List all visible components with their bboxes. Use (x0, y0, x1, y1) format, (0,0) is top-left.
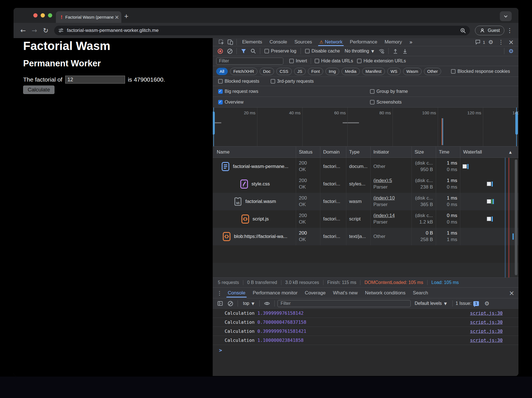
initiator-link[interactable]: (index):5 (373, 178, 409, 184)
issues-counter[interactable]: 1 Issue: 1 (456, 301, 479, 306)
forward-button[interactable]: → (29, 25, 40, 36)
checkbox[interactable] (218, 89, 223, 94)
drawer-tab-what-s-new[interactable]: What's new (329, 288, 361, 298)
throttling-select[interactable]: No throttling ▼ (345, 49, 374, 54)
drawer-menu-icon[interactable]: ⋮ (215, 289, 224, 297)
console-settings-icon[interactable]: ⚙ (482, 299, 491, 307)
console-prompt[interactable]: > (213, 345, 518, 355)
devtools-tab-performance[interactable]: Performance (346, 38, 381, 46)
drawer-tab-coverage[interactable]: Coverage (301, 288, 329, 298)
network-overview-timeline[interactable]: 20 ms40 ms60 ms80 ms100 ms120 ms140 ms (213, 108, 518, 146)
devtools-tab-console[interactable]: Console (266, 38, 291, 46)
console-source-link[interactable]: script.js:30 (470, 329, 503, 334)
drawer-tab-network-conditions[interactable]: Network conditions (361, 288, 409, 298)
checkbox[interactable] (218, 79, 223, 84)
filter-chip-js[interactable]: JS (294, 68, 306, 75)
column-header-time[interactable]: Time (436, 146, 460, 158)
log-levels-select[interactable]: Default levels ▼ (415, 301, 447, 306)
console-context-select[interactable]: top ▼ (243, 301, 254, 306)
column-header-waterfall[interactable]: Waterfall▲ (460, 146, 518, 158)
profile-button[interactable]: Guest (475, 26, 504, 35)
checkbox[interactable] (370, 100, 375, 104)
drawer-close-icon[interactable]: × (507, 289, 516, 297)
disable-cache-checkbox[interactable]: Disable cache (305, 49, 340, 54)
invert-checkbox[interactable]: Invert (289, 58, 307, 64)
option-checkbox-screenshots[interactable]: Screenshots (370, 100, 402, 105)
clear-network-log-icon[interactable] (225, 47, 234, 55)
network-request-row[interactable]: script.js200OKfactori...script(index):14… (213, 210, 518, 228)
checkbox[interactable] (289, 59, 294, 63)
checkbox[interactable] (370, 89, 375, 94)
option-checkbox-overview[interactable]: Overview (218, 100, 244, 105)
filter-toggle-icon[interactable] (239, 47, 248, 55)
checkbox[interactable] (271, 79, 275, 84)
devtools-tab-sources[interactable]: Sources (291, 38, 316, 46)
network-request-row[interactable]: blob:https://factorial-wa...200OKfactori… (213, 228, 518, 245)
blocked-requests-checkbox[interactable]: Blocked requests (218, 79, 259, 84)
live-expression-eye-icon[interactable] (262, 299, 272, 307)
devtools-menu-icon[interactable]: ⋮ (496, 38, 505, 46)
checkbox[interactable] (315, 59, 319, 63)
filter-chip-img[interactable]: Img (325, 68, 339, 75)
network-settings-gear-icon[interactable]: ⚙ (507, 47, 516, 55)
drawer-tab-search[interactable]: Search (409, 288, 432, 298)
network-filter-input[interactable] (216, 58, 283, 65)
filter-chip-fetch-xhr[interactable]: Fetch/XHR (230, 68, 257, 75)
filter-chip-wasm[interactable]: Wasm (403, 68, 422, 75)
third-party-requests-checkbox[interactable]: 3rd-party requests (271, 79, 314, 84)
preserve-log-checkbox[interactable]: Preserve log (264, 49, 296, 54)
filter-chip-doc[interactable]: Doc (260, 68, 274, 75)
selection-left-handle[interactable] (213, 111, 215, 135)
inspect-element-icon[interactable] (217, 38, 226, 46)
column-header-name[interactable]: Name (213, 146, 296, 158)
initiator-link[interactable]: (index):10 (373, 195, 409, 202)
calculate-button[interactable]: Calculate (23, 86, 54, 94)
checkbox[interactable] (451, 69, 456, 74)
blocked-response-cookies-checkbox[interactable]: Blocked response cookies (451, 69, 510, 74)
reload-button[interactable]: ↻ (41, 25, 51, 36)
hide-extension-urls-checkbox[interactable]: Hide extension URLs (357, 58, 406, 64)
device-toolbar-icon[interactable] (226, 38, 235, 46)
column-header-size[interactable]: Size (412, 146, 436, 158)
devtools-settings-icon[interactable]: ⚙ (486, 38, 495, 46)
browser-tab[interactable]: ! Factorial Wasm (permanent W ✕ (56, 11, 121, 23)
column-header-status[interactable]: Status (296, 146, 320, 158)
hide-data-urls-checkbox[interactable]: Hide data URLs (315, 58, 353, 64)
drawer-tab-performance-monitor[interactable]: Performance monitor (249, 288, 301, 298)
filter-chip-other[interactable]: Other (424, 68, 441, 75)
export-har-icon[interactable] (400, 47, 410, 55)
checkbox[interactable] (218, 100, 223, 104)
address-bar[interactable]: factorial-wasm-permanent-worker.glitch.m… (54, 26, 470, 35)
option-checkbox-big-request-rows[interactable]: Big request rows (218, 89, 258, 94)
console-source-link[interactable]: script.js:30 (470, 338, 503, 343)
import-har-icon[interactable] (391, 47, 400, 55)
column-header-domain[interactable]: Domain (320, 146, 346, 158)
new-tab-button[interactable]: + (124, 12, 128, 21)
browser-menu-icon[interactable]: ⋮ (505, 27, 514, 34)
console-source-link[interactable]: script.js:30 (470, 320, 503, 325)
console-sidebar-icon[interactable] (216, 299, 225, 307)
console-source-link[interactable]: script.js:30 (470, 310, 503, 316)
filter-chip-media[interactable]: Media (341, 68, 360, 75)
devtools-tab-elements[interactable]: Elements (238, 38, 266, 46)
column-header-initiator[interactable]: Initiator (371, 146, 412, 158)
clear-console-icon[interactable] (226, 299, 235, 307)
tab-search-chevron-button[interactable] (500, 11, 512, 21)
checkbox[interactable] (357, 59, 362, 63)
network-request-row[interactable]: style.css200OKfactori...styles...(index)… (213, 175, 518, 193)
maximize-window-button[interactable] (48, 13, 52, 18)
network-request-row[interactable]: WAfactorial.wasm200OKfactori...wasm(inde… (213, 193, 518, 210)
initiator-link[interactable]: (index):14 (373, 213, 409, 219)
devtools-tab-network[interactable]: ⚠Network (316, 38, 346, 46)
filter-chip-font[interactable]: Font (308, 68, 323, 75)
close-window-button[interactable] (33, 13, 38, 18)
checkbox[interactable] (305, 49, 310, 53)
search-icon[interactable] (249, 47, 258, 55)
devtools-close-icon[interactable]: × (507, 38, 516, 46)
console-filter-input[interactable] (277, 300, 411, 307)
minimize-window-button[interactable] (41, 13, 45, 18)
table-scrollbar[interactable] (515, 159, 517, 275)
tab-close-icon[interactable]: ✕ (115, 15, 119, 19)
factorial-input[interactable] (65, 76, 125, 84)
more-tabs-button[interactable]: » (406, 38, 416, 46)
